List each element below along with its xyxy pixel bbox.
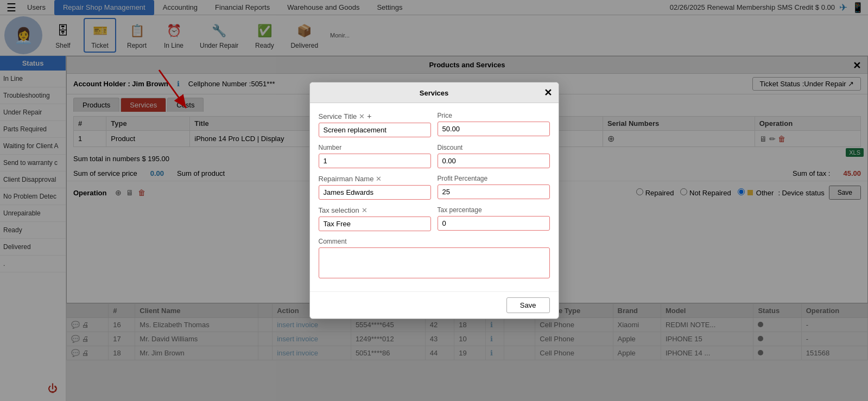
form-row-title-price: Service Title ✕ + Price (319, 112, 550, 137)
service-title-label: Service Title ✕ + (319, 112, 431, 120)
price-input[interactable] (438, 122, 550, 136)
services-modal-footer: Save (310, 291, 559, 319)
number-input[interactable] (319, 154, 431, 168)
repairman-label: Repairman Name ✕ (319, 175, 431, 183)
form-group-price: Price (438, 112, 550, 137)
repairman-input[interactable] (319, 185, 431, 200)
form-group-number: Number (319, 144, 431, 168)
discount-input[interactable] (438, 154, 550, 168)
tax-selection-label: Tax selection ✕ (319, 206, 431, 214)
form-group-service-title: Service Title ✕ + (319, 112, 431, 137)
price-label: Price (438, 112, 550, 119)
service-title-clear-icon[interactable]: ✕ (359, 112, 365, 120)
form-group-profit: Profit Percentage (438, 175, 550, 200)
form-group-comment: Comment (319, 238, 550, 278)
tax-selection-input[interactable] (319, 217, 431, 231)
service-title-input[interactable] (319, 123, 431, 137)
services-modal-body: Service Title ✕ + Price Number (310, 103, 559, 291)
form-row-tax: Tax selection ✕ Tax percentage (319, 206, 550, 231)
profit-label: Profit Percentage (438, 175, 550, 182)
repairman-clear-icon[interactable]: ✕ (376, 175, 382, 183)
form-group-tax-selection: Tax selection ✕ (319, 206, 431, 231)
comment-input[interactable] (319, 247, 550, 278)
form-group-repairman: Repairman Name ✕ (319, 175, 431, 200)
services-modal: Services ✕ Service Title ✕ + Price (309, 82, 559, 319)
tax-percentage-input[interactable] (438, 216, 550, 231)
form-group-discount: Discount (438, 144, 550, 168)
comment-label: Comment (319, 238, 550, 245)
services-modal-title: Services (420, 89, 449, 97)
services-modal-overlay: Services ✕ Service Title ✕ + Price (0, 0, 868, 401)
services-save-button[interactable]: Save (506, 297, 550, 313)
form-row-repairman-profit: Repairman Name ✕ Profit Percentage (319, 175, 550, 200)
services-modal-close-icon[interactable]: ✕ (544, 87, 552, 99)
discount-label: Discount (438, 144, 550, 151)
services-modal-header: Services ✕ (310, 82, 559, 103)
form-row-number-discount: Number Discount (319, 144, 550, 168)
form-group-tax-percentage: Tax percentage (438, 206, 550, 231)
profit-input[interactable] (438, 184, 550, 199)
number-label: Number (319, 144, 431, 151)
service-title-add-icon[interactable]: + (367, 112, 371, 120)
tax-clear-icon[interactable]: ✕ (362, 206, 368, 214)
tax-percentage-label: Tax percentage (438, 206, 550, 214)
